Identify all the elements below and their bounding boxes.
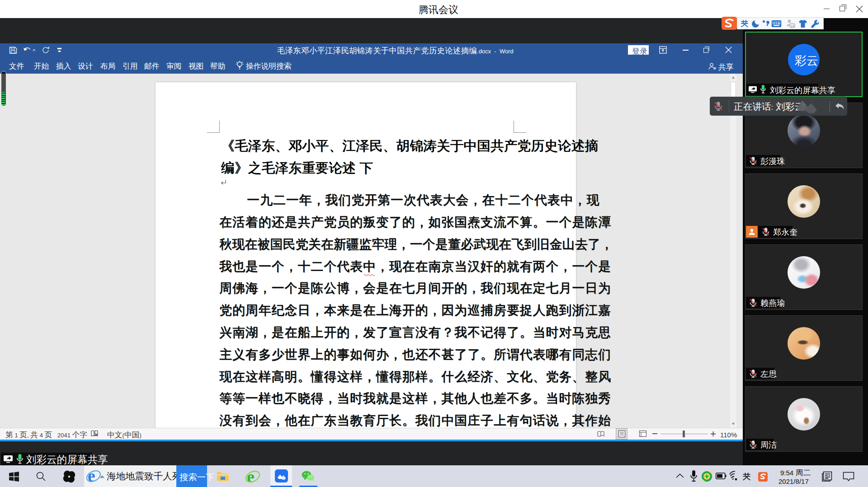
svg-text:13: 13 xyxy=(791,24,794,28)
